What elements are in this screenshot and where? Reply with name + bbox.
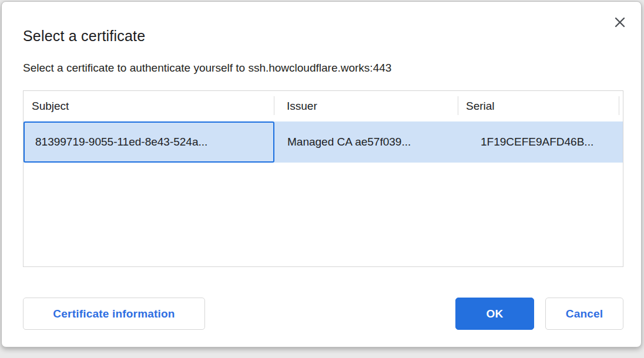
column-divider	[274, 96, 274, 115]
cancel-button[interactable]: Cancel	[545, 298, 623, 330]
close-button[interactable]	[612, 14, 628, 31]
column-header-subject: Subject	[24, 100, 274, 113]
select-certificate-dialog: Select a certificate Select a certificat…	[1, 1, 642, 347]
certificate-row-selected[interactable]: 81399719-9055-11ed-8e43-524a... Managed …	[24, 121, 623, 163]
table-header-row: Subject Issuer Serial	[24, 91, 623, 121]
column-header-issuer: Issuer	[274, 100, 458, 113]
serial-cell: 1F19CEFE9AFD46B...	[458, 121, 623, 163]
dialog-subtitle: Select a certificate to authenticate you…	[23, 62, 391, 75]
certificate-table: Subject Issuer Serial 81399719-9055-11ed…	[23, 90, 623, 267]
dialog-title: Select a certificate	[23, 28, 145, 45]
issuer-cell: Managed CA ae57f039...	[274, 121, 458, 163]
certificate-information-button[interactable]: Certificate information	[23, 298, 205, 330]
column-header-serial: Serial	[458, 100, 623, 113]
close-icon	[613, 16, 626, 29]
column-divider	[458, 96, 458, 115]
subject-cell: 81399719-9055-11ed-8e43-524a...	[24, 121, 274, 163]
column-divider	[619, 96, 619, 115]
ok-button[interactable]: OK	[455, 298, 534, 330]
